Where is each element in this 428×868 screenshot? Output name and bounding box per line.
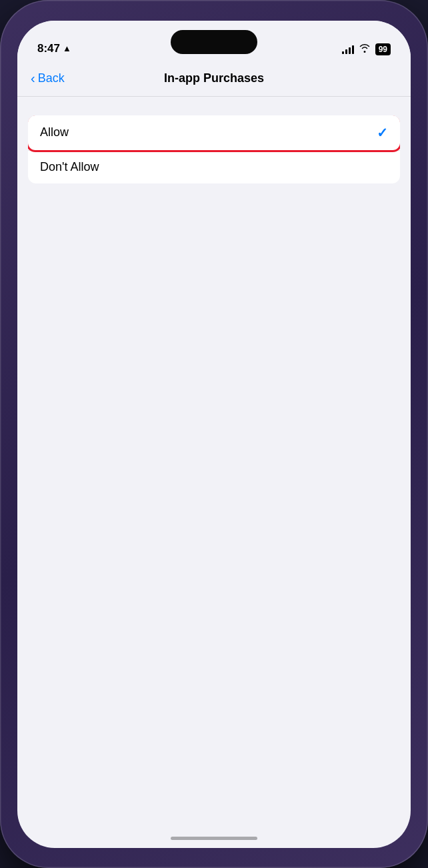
dont-allow-option[interactable]: Don't Allow [28,151,400,183]
content-area: Allow ✓ Don't Allow [17,97,411,848]
time-display: 8:47 [37,42,60,55]
battery-icon: 99 [375,43,391,55]
status-icons: 99 [342,43,391,55]
nav-bar: ‹ Back In-app Purchases [17,61,411,97]
back-button[interactable]: ‹ Back [31,71,65,86]
signal-icon [342,45,354,54]
allow-option[interactable]: Allow ✓ [28,115,400,151]
location-icon: ▲ [63,43,71,53]
status-time: 8:47 ▲ [37,42,71,55]
phone-screen: 8:47 ▲ [17,21,411,848]
signal-bar-4 [352,45,354,54]
battery-level: 99 [379,45,387,54]
highlight-border [28,115,400,152]
page-title: In-app Purchases [164,71,264,85]
wifi-icon [359,43,371,55]
dont-allow-label: Don't Allow [40,160,99,174]
phone-frame: 8:47 ▲ [0,0,428,868]
signal-bar-1 [342,51,344,54]
back-chevron-icon: ‹ [31,71,35,86]
signal-bar-2 [345,49,347,54]
signal-bar-3 [349,47,351,54]
options-list: Allow ✓ Don't Allow [28,115,400,183]
allow-label: Allow [40,125,69,139]
dynamic-island [171,30,257,54]
back-label: Back [38,71,65,85]
checkmark-icon: ✓ [377,125,388,141]
home-indicator [171,837,257,840]
